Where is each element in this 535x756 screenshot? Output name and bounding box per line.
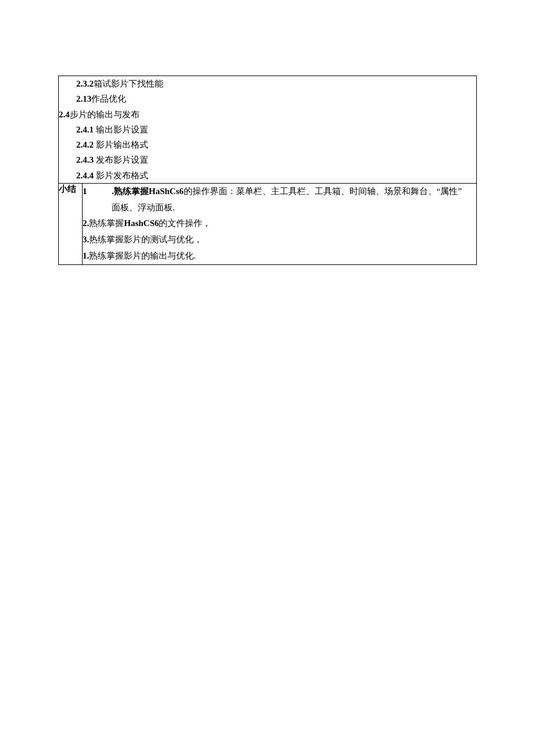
item-text: 热练掌握影片的测试与优化， — [89, 235, 202, 244]
item-number: 1 — [83, 184, 112, 200]
item-text: 发布影片设置 — [96, 155, 148, 164]
item-number: 2.3.2 — [76, 79, 94, 88]
item-text: 熟练掌握影片的输出与优化. — [89, 251, 196, 260]
item-number: 2.4.3 — [76, 155, 94, 164]
item-number: 2. — [83, 218, 89, 228]
item-number: 2.4.2 — [76, 140, 94, 149]
document-table: 2.3.2箱试影片下找性能 2.13作品优化 2.4步片的输出与发布 2.4.1… — [58, 76, 477, 265]
item-text: 步片的输出与发布 — [70, 110, 140, 119]
summary-item: 2.熟练掌握HashCS6的文件操作， — [83, 216, 476, 232]
outline-item: 2.4.1 输出影片设置 — [59, 122, 476, 137]
summary-item: 3.热练掌握影片的测试与优化， — [83, 232, 476, 248]
item-number: 3. — [83, 235, 89, 244]
outline-item: 2.4.2 影片输出格式 — [59, 137, 476, 152]
item-number: 2.4.4 — [76, 171, 94, 180]
outline-cell: 2.3.2箱试影片下找性能 2.13作品优化 2.4步片的输出与发布 2.4.1… — [59, 76, 477, 184]
outline-item: 2.4步片的输出与发布 — [59, 107, 476, 122]
item-number: 2.13 — [76, 94, 91, 103]
item-text: 作品优化 — [91, 94, 126, 103]
item-number: 1. — [83, 251, 89, 260]
outline-item: 2.4.3 发布影片设置 — [59, 152, 476, 167]
outline-item: 2.13作品优化 — [59, 91, 476, 106]
summary-item: 1.熟练掌握影片的输出与优化. — [83, 248, 476, 264]
item-text: 影片输出格式 — [96, 140, 148, 149]
outline-item: 2.4.4 影片发布格式 — [59, 168, 476, 183]
summary-item: 1 .熟练掌握HaShCs6的操作界面：菜单栏、主工具栏、工具箱、时间轴、场景和… — [83, 184, 476, 200]
item-text: 影片发布格式 — [96, 171, 148, 180]
item-text: 输出影片设置 — [96, 125, 148, 134]
summary-label-cell: 小结 — [59, 183, 83, 264]
summary-label: 小结 — [59, 184, 76, 194]
item-text: .熟练掌握HaShCs6的操作界面：菜单栏、主工具栏、工具箱、时间轴、场景和舞台… — [112, 184, 476, 200]
outline-item: 2.3.2箱试影片下找性能 — [59, 76, 476, 91]
item-text: 箱试影片下找性能 — [94, 79, 163, 88]
item-number: 2.4 — [59, 110, 70, 119]
summary-content-cell: 1 .熟练掌握HaShCs6的操作界面：菜单栏、主工具栏、工具箱、时间轴、场景和… — [83, 183, 477, 264]
item-number: 2.4.1 — [76, 125, 94, 134]
summary-item-continuation: 面板、浮动面板. — [83, 200, 476, 216]
